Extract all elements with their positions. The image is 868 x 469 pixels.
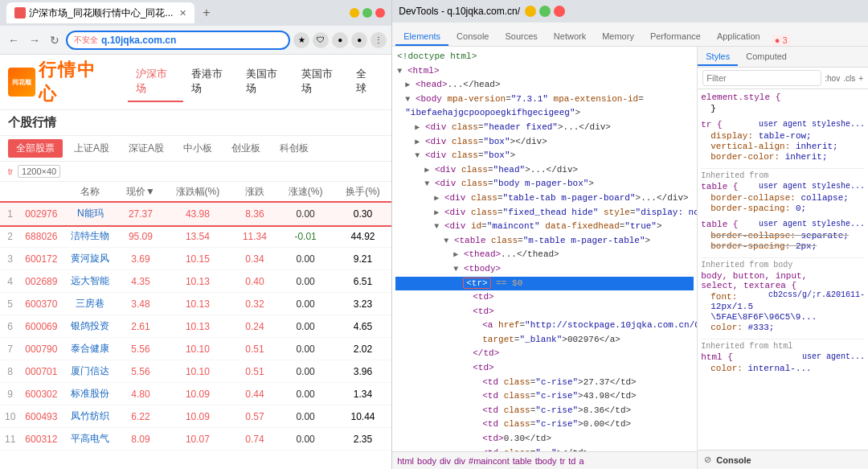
cell-name[interactable]: 三房巷 — [62, 293, 118, 315]
refresh-btn[interactable]: ↻ — [47, 31, 63, 50]
table-row[interactable]: 8 000701 厦门信达 5.56 10.10 0.51 0.00 3.96 — [0, 360, 391, 383]
rule-body-table1: border-collapse: collapse; border-spacin… — [701, 193, 865, 213]
dt-tab-performance[interactable]: Performance — [642, 28, 709, 46]
nav-item-uk[interactable]: 英国市场 — [293, 62, 348, 102]
cell-name[interactable]: 厦门信达 — [62, 360, 118, 383]
nav-item-global[interactable]: 全球 — [348, 62, 383, 102]
cell-code[interactable]: 600172 — [20, 248, 62, 270]
filter-hov-btn[interactable]: :hov — [825, 74, 840, 83]
cell-name[interactable]: 银鸽投资 — [62, 315, 118, 338]
dt-minimize-btn[interactable] — [525, 6, 536, 17]
breadcrumb-td[interactable]: td — [568, 456, 575, 466]
breadcrumb-tr[interactable]: tr — [560, 456, 566, 466]
breadcrumb-div1[interactable]: div — [440, 456, 451, 466]
html-tree[interactable]: <!doctype html> ▼ <html> ▶ <head>...</he… — [392, 47, 697, 451]
cell-code[interactable]: 600493 — [20, 405, 62, 428]
table-row[interactable]: 4 002689 远大智能 4.35 10.13 0.40 0.00 6.51 — [0, 270, 391, 293]
breadcrumb-maincont[interactable]: #maincont — [469, 456, 510, 466]
address-bar[interactable]: 不安全 q.10jqka.com.cn — [66, 31, 290, 50]
dt-close-btn[interactable] — [554, 6, 565, 17]
cell-name[interactable]: 黄河旋风 — [62, 248, 118, 270]
table-row[interactable]: 5 600370 三房巷 3.48 10.13 0.32 0.00 3.23 — [0, 293, 391, 315]
extension-icon3[interactable]: ● — [351, 32, 367, 48]
devtools-controls — [525, 6, 565, 17]
cell-name[interactable]: 泰合健康 — [62, 338, 118, 360]
cell-name[interactable]: N能玛 — [62, 203, 118, 225]
nav-item-us[interactable]: 美国市场 — [238, 62, 293, 102]
table-row[interactable]: 1 002976 N能玛 27.37 43.98 8.36 0.00 0.30 — [0, 203, 391, 225]
maximize-btn[interactable] — [362, 8, 372, 18]
breadcrumb-table[interactable]: table — [513, 456, 532, 466]
console-label[interactable]: Console — [716, 455, 751, 465]
breadcrumb-tbody[interactable]: tbody — [535, 456, 557, 466]
tab-all-stocks[interactable]: 全部股票 — [8, 139, 63, 158]
tab-shenzhen-a[interactable]: 深证A股 — [121, 139, 172, 158]
dt-tab-sources[interactable]: Sources — [497, 28, 545, 46]
cell-code[interactable]: 000790 — [20, 338, 62, 360]
cell-speed: 0.00 — [276, 405, 334, 428]
cell-code[interactable]: 600370 — [20, 293, 62, 315]
table-row[interactable]: 3 600172 黄河旋风 3.69 10.15 0.34 0.00 9.21 — [0, 248, 391, 270]
breadcrumb-div2[interactable]: div — [454, 456, 465, 466]
col-header-turnover[interactable]: 换手(%) — [334, 182, 391, 203]
tab-shanghai-a[interactable]: 上证A股 — [66, 139, 117, 158]
cell-code[interactable]: 600069 — [20, 315, 62, 338]
styles-filter-input[interactable] — [702, 70, 821, 86]
browser-tab[interactable]: 沪深市场_同花顺行情中心_同花... ✕ — [6, 2, 194, 23]
dt-tab-memory[interactable]: Memory — [594, 28, 642, 46]
breadcrumb-html[interactable]: html — [397, 456, 414, 466]
tab-close-btn[interactable]: ✕ — [179, 8, 186, 19]
breadcrumb-a[interactable]: a — [579, 456, 583, 466]
tab-chinext[interactable]: 创业板 — [223, 139, 268, 158]
table-row[interactable]: 7 000790 泰合健康 5.56 10.10 0.51 0.00 2.02 — [0, 338, 391, 360]
new-tab-btn[interactable]: + — [199, 6, 213, 20]
cell-code[interactable]: 600312 — [20, 428, 62, 450]
styles-tab-styles[interactable]: Styles — [698, 48, 738, 66]
col-header-change-pct[interactable]: 涨跌幅(%) — [162, 182, 232, 203]
breadcrumb-body[interactable]: body — [417, 456, 436, 466]
close-btn[interactable] — [375, 8, 385, 18]
dt-tab-console[interactable]: Console — [448, 28, 497, 46]
extension-icon1[interactable]: 🛡 — [313, 32, 329, 48]
dt-tab-application[interactable]: Application — [709, 28, 768, 46]
col-header-name[interactable]: 名称 — [62, 182, 118, 203]
nav-item-hushen[interactable]: 沪深市场 — [128, 62, 182, 102]
dt-maximize-btn[interactable] — [539, 6, 551, 17]
cell-name[interactable]: 远大智能 — [62, 270, 118, 293]
nav-item-hongkong[interactable]: 香港市场 — [183, 62, 238, 102]
bookmark-icon[interactable]: ★ — [293, 32, 309, 48]
table-row[interactable]: 2 688026 洁特生物 95.09 13.54 11.34 -0.01 44… — [0, 225, 391, 248]
back-btn[interactable]: ← — [5, 31, 23, 50]
cell-name[interactable]: 洁特生物 — [62, 225, 118, 248]
cell-name[interactable]: 标准股份 — [62, 383, 118, 405]
table-row[interactable]: 6 600069 银鸽投资 2.61 10.13 0.24 0.00 4.65 — [0, 315, 391, 338]
table-row[interactable]: 10 600493 凤竹纺织 6.22 10.09 0.57 0.00 10.4… — [0, 405, 391, 428]
cell-code[interactable]: 002976 — [20, 203, 62, 225]
cell-name[interactable]: 平高电气 — [62, 428, 118, 450]
cell-code[interactable]: 000701 — [20, 360, 62, 383]
minimize-btn[interactable] — [350, 8, 359, 18]
cell-code[interactable]: 600302 — [20, 383, 62, 405]
tab-small-mid[interactable]: 中小板 — [175, 139, 220, 158]
col-header-change[interactable]: 涨跌 — [233, 182, 277, 203]
forward-btn[interactable]: → — [26, 31, 43, 50]
rule-selector-tr: tr { user agent styleshe... — [701, 120, 865, 130]
filter-plus-btn[interactable]: + — [858, 74, 863, 83]
dt-tab-network[interactable]: Network — [546, 28, 594, 46]
styles-tab-computed[interactable]: Computed — [738, 48, 795, 66]
extension-icon2[interactable]: ● — [332, 32, 348, 48]
col-header-price[interactable]: 现价▼ — [118, 182, 162, 203]
rule-line: \5FAE\8F6F\96C5\9... — [710, 312, 865, 322]
tab-star[interactable]: 科创板 — [272, 139, 317, 158]
style-rule-table1: table { user agent styleshe... border-co… — [701, 182, 865, 213]
html-selected-tr[interactable]: <tr> == $0 — [395, 277, 694, 291]
menu-btn[interactable]: ⋮ — [371, 32, 387, 48]
cell-name[interactable]: 凤竹纺织 — [62, 405, 118, 428]
filter-cls-btn[interactable]: .cls — [843, 74, 855, 83]
table-row[interactable]: 11 600312 平高电气 8.09 10.07 0.74 0.00 2.35 — [0, 428, 391, 450]
cell-code[interactable]: 688026 — [20, 225, 62, 248]
dt-tab-elements[interactable]: Elements — [395, 28, 448, 46]
col-header-speed[interactable]: 涨速(%) — [276, 182, 334, 203]
cell-code[interactable]: 002689 — [20, 270, 62, 293]
table-row[interactable]: 9 600302 标准股份 4.80 10.09 0.44 0.00 1.34 — [0, 383, 391, 405]
